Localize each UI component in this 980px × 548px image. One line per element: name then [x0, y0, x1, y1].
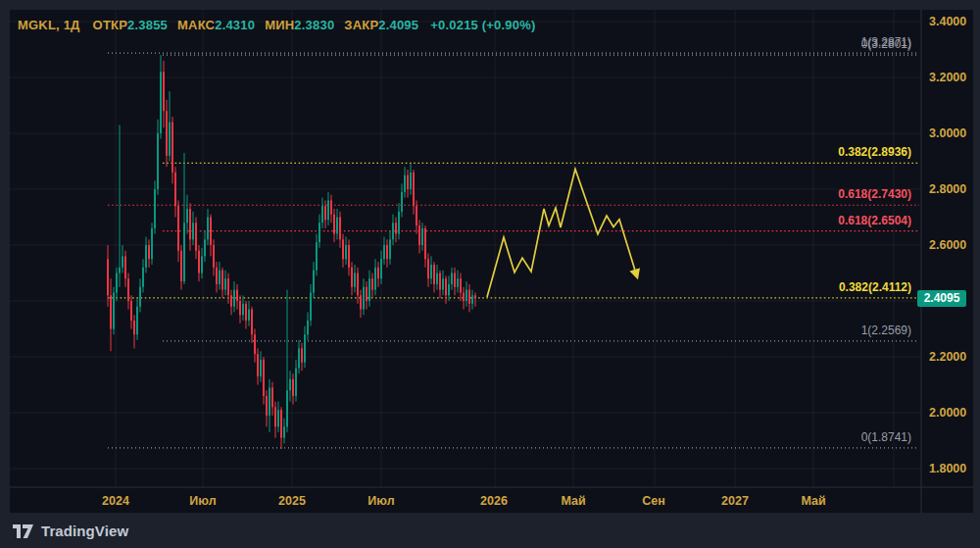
candle-down: [166, 111, 168, 156]
high-value: 2.4310: [215, 18, 255, 32]
candle-down: [254, 334, 256, 354]
candle-up: [404, 175, 406, 192]
candle-up: [368, 278, 370, 301]
candle-down: [198, 251, 200, 274]
fib-level-label[interactable]: 1(2.2569): [861, 324, 911, 337]
candle-up: [430, 265, 432, 278]
price-axis-label: 2.0000: [929, 406, 966, 420]
candle-up: [318, 223, 320, 242]
time-axis-label: 2026: [480, 494, 508, 508]
candle-down: [195, 223, 197, 251]
time-axis[interactable]: 2024Июл2025Июл2026МайСен2027Май: [10, 487, 921, 513]
price-axis[interactable]: 2.4095 3.40003.20003.00002.80002.60002.2…: [922, 10, 973, 513]
close-label: ЗАКР: [344, 18, 378, 32]
footer-bar: TradingView: [0, 513, 980, 548]
candle-up: [307, 321, 309, 334]
symbol-timeframe-label[interactable]: MGKL, 1Д: [18, 18, 80, 32]
candle-down: [413, 173, 415, 206]
candle-up: [277, 410, 279, 426]
candle-up: [336, 218, 338, 234]
candle-up: [260, 360, 262, 376]
change-value: +0.0215 (+0.90%): [430, 18, 535, 32]
candle-down: [239, 301, 241, 315]
candle-up: [457, 278, 459, 287]
candle-up: [119, 268, 121, 274]
ohlc-legend: MGKL, 1ДОТКР2.3855МАКС2.4310МИН2.3830ЗАК…: [18, 18, 536, 33]
candle-up: [304, 334, 306, 363]
candle-up: [316, 242, 318, 271]
candle-down: [342, 239, 344, 259]
candle-down: [454, 274, 456, 287]
candle-up: [169, 123, 171, 156]
tradingview-brand-text: TradingView: [41, 523, 128, 539]
candle-down: [357, 274, 359, 296]
candle-up: [374, 268, 376, 290]
candle-up: [354, 274, 356, 287]
price-axis-label: 2.8000: [929, 182, 966, 196]
candle-down: [366, 287, 368, 301]
candle-down: [433, 265, 435, 284]
tradingview-logo[interactable]: TradingView: [13, 523, 128, 539]
low-label: МИН: [265, 18, 294, 32]
fib-level-label[interactable]: 0.618(2.7430): [838, 188, 911, 201]
candle-down: [418, 225, 420, 245]
candle-down: [301, 348, 303, 362]
fib-level-label[interactable]: 0(1.8741): [861, 431, 911, 444]
fib-level-label[interactable]: 0.382(2.8936): [838, 146, 911, 159]
price-axis-label: 3.2000: [929, 71, 966, 84]
candle-down: [133, 321, 135, 334]
candle-up: [421, 228, 423, 245]
candle-down: [213, 245, 215, 268]
candle-up: [151, 228, 153, 259]
candle-up: [186, 209, 188, 223]
candle-up: [283, 426, 285, 437]
candle-up: [160, 72, 162, 133]
candle-up: [448, 284, 450, 295]
candle-up: [398, 212, 400, 234]
candle-up: [269, 387, 270, 416]
candle-up: [392, 223, 394, 239]
projection-path-drawing[interactable]: [487, 169, 637, 297]
fib-level-label[interactable]: 0(3.2801): [861, 38, 911, 51]
candle-up: [310, 292, 312, 321]
time-axis-label: 2025: [278, 494, 306, 508]
candle-down: [271, 387, 273, 407]
candle-up: [327, 200, 329, 220]
candle-down: [257, 354, 259, 376]
time-axis-label: Май: [561, 494, 585, 508]
price-chart-canvas[interactable]: [0, 0, 980, 548]
fib-level-label[interactable]: 0.618(2.6504): [838, 215, 911, 227]
fib-level-label[interactable]: 0.382(2.4112): [839, 281, 911, 294]
low-value: 2.3830: [294, 18, 334, 32]
candle-down: [177, 206, 179, 251]
price-axis-label: 2.6000: [929, 238, 966, 252]
candle-up: [145, 245, 147, 268]
tradingview-chart-page: { "legend": { "symbol_tf": "MGKL, 1Д", "…: [0, 0, 980, 548]
candle-down: [377, 268, 379, 278]
candle-up: [154, 189, 156, 228]
candle-down: [280, 410, 282, 438]
candle-up: [289, 379, 291, 390]
candle-down: [110, 295, 112, 328]
tradingview-mark-icon: [13, 524, 33, 538]
candle-down: [463, 292, 465, 301]
candle-up: [201, 256, 203, 273]
candle-up: [242, 304, 244, 315]
time-axis-label: Июл: [368, 494, 394, 508]
candle-down: [124, 256, 126, 278]
candle-down: [107, 259, 109, 295]
candle-up: [313, 271, 315, 293]
candle-down: [148, 245, 150, 259]
candle-up: [401, 192, 403, 212]
candle-up: [192, 223, 194, 239]
candle-down: [245, 304, 247, 321]
open-value: 2.3855: [127, 18, 168, 32]
high-label: МАКС: [177, 18, 215, 32]
candle-down: [227, 278, 229, 295]
candle-up: [136, 307, 138, 335]
time-axis-label: 2024: [102, 494, 129, 508]
candle-down: [324, 206, 326, 220]
candle-up: [442, 278, 444, 289]
candle-down: [395, 223, 397, 233]
candle-down: [172, 123, 173, 173]
